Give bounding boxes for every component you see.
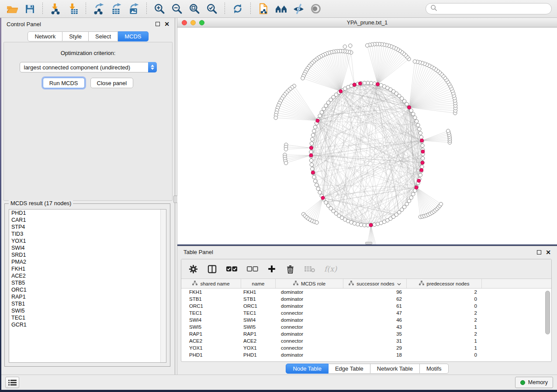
gear-icon[interactable] <box>188 264 198 274</box>
close-panel-icon[interactable]: ✕ <box>164 22 170 26</box>
column-header-shared-name[interactable]: shared name <box>181 279 241 288</box>
close-window-icon[interactable] <box>182 20 187 25</box>
table-row[interactable]: RAP1RAP1dominator352 <box>181 330 551 337</box>
tab-motifs[interactable]: Motifs <box>420 364 449 374</box>
cell-name[interactable]: YOX1 <box>241 344 276 351</box>
cell-successor-nodes[interactable]: 46 <box>343 316 407 323</box>
close-table-panel-icon[interactable]: ✕ <box>546 250 551 254</box>
cell-MCDS-role[interactable]: dominator <box>276 296 343 303</box>
cell-successor-nodes[interactable]: 31 <box>343 337 407 344</box>
cell-predecessor-nodes[interactable]: 0 <box>407 303 482 309</box>
cell-name[interactable]: RAP1 <box>241 330 276 337</box>
cell-MCDS-role[interactable]: dominator <box>276 330 343 337</box>
run-mcds-button[interactable]: Run MCDS <box>43 78 85 88</box>
export-image-icon[interactable] <box>126 1 141 16</box>
mcds-result-item[interactable]: STP4 <box>9 224 166 230</box>
new-network-from-selection-icon[interactable] <box>256 1 271 16</box>
table-scrollbar[interactable] <box>545 291 550 334</box>
export-network-icon[interactable] <box>91 1 106 16</box>
add-column-icon[interactable] <box>267 264 277 274</box>
tab-style[interactable]: Style <box>62 31 89 41</box>
select-all-icon[interactable] <box>226 265 238 273</box>
cell-name[interactable]: ACE2 <box>241 337 276 344</box>
cell-predecessor-nodes[interactable]: 2 <box>407 330 482 337</box>
memory-button[interactable]: Memory <box>515 377 553 388</box>
horizontal-splitter-handle[interactable] <box>365 242 372 244</box>
tab-node-table[interactable]: Node Table <box>286 364 329 374</box>
mcds-result-list[interactable]: PHD1CAR1STP4TID3YOX1SWI4SRD1PMA2FKH1ACE2… <box>9 209 166 363</box>
mcds-result-item[interactable]: PHD1 <box>9 210 166 217</box>
cell-MCDS-role[interactable]: dominator <box>276 289 343 296</box>
cell-name[interactable]: FKH1 <box>241 289 276 296</box>
float-table-panel-icon[interactable] <box>537 250 541 254</box>
delete-column-icon[interactable] <box>285 264 295 274</box>
cell-MCDS-role[interactable]: connector <box>276 337 343 344</box>
float-panel-icon[interactable] <box>156 22 160 26</box>
mcds-result-item[interactable]: YOX1 <box>9 237 166 244</box>
column-header-successor-nodes[interactable]: successor nodes <box>343 279 407 288</box>
cell-predecessor-nodes[interactable]: 2 <box>407 316 482 323</box>
table-row[interactable]: TEC1TEC1connector472 <box>181 309 551 316</box>
column-header-predecessor-nodes[interactable]: predecessor nodes <box>407 279 482 288</box>
refresh-layout-icon[interactable] <box>230 1 245 16</box>
network-canvas[interactable] <box>177 28 557 244</box>
cell-successor-nodes[interactable]: 62 <box>343 296 407 303</box>
cell-successor-nodes[interactable]: 35 <box>343 330 407 337</box>
cell-MCDS-role[interactable]: connector <box>276 344 343 351</box>
cell-MCDS-role[interactable]: connector <box>276 323 343 330</box>
split-panel-icon[interactable] <box>207 264 217 274</box>
mcds-result-item[interactable]: SWI4 <box>9 244 166 251</box>
cell-MCDS-role[interactable]: dominator <box>276 303 343 309</box>
cell-name[interactable]: STB1 <box>241 296 276 303</box>
tab-edge-table[interactable]: Edge Table <box>329 364 370 374</box>
save-icon[interactable] <box>22 1 37 16</box>
export-table-icon[interactable] <box>109 1 124 16</box>
mcds-result-item[interactable]: RAP1 <box>9 293 166 300</box>
first-neighbors-icon[interactable] <box>273 1 288 16</box>
table-row[interactable]: ORC1ORC1dominator610 <box>181 303 551 309</box>
import-network-icon[interactable] <box>48 1 63 16</box>
table-row[interactable]: SWI4SWI4dominator462 <box>181 316 551 323</box>
cell-successor-nodes[interactable]: 18 <box>343 351 407 358</box>
mcds-result-item[interactable]: CAR1 <box>9 217 166 224</box>
network-window-titlebar[interactable]: YPA_prune.txt_1 <box>177 18 557 28</box>
cell-MCDS-role[interactable]: dominator <box>276 351 343 358</box>
cell-predecessor-nodes[interactable]: 2 <box>407 289 482 296</box>
column-header-name[interactable]: name <box>241 279 276 288</box>
cell-predecessor-nodes[interactable]: 1 <box>407 323 482 330</box>
cell-shared-name[interactable]: FKH1 <box>181 289 241 296</box>
maximize-window-icon[interactable] <box>199 20 204 25</box>
show-all-icon[interactable] <box>308 1 323 16</box>
network-graph[interactable] <box>177 28 557 244</box>
table-row[interactable]: PHD1PHD1dominator180 <box>181 351 551 358</box>
cell-shared-name[interactable]: STB1 <box>181 296 241 303</box>
cell-shared-name[interactable]: PHD1 <box>181 351 241 358</box>
mcds-result-item[interactable]: STB5 <box>9 279 166 286</box>
table-row[interactable]: FKH1FKH1dominator962 <box>181 289 551 296</box>
cell-shared-name[interactable]: SWI5 <box>181 323 241 330</box>
cell-shared-name[interactable]: SWI4 <box>181 316 241 323</box>
mcds-result-item[interactable]: GCR1 <box>9 321 166 328</box>
cell-name[interactable]: TEC1 <box>241 309 276 316</box>
cell-successor-nodes[interactable]: 96 <box>343 289 407 296</box>
table-row[interactable]: YOX1YOX1connector291 <box>181 344 551 351</box>
mcds-result-item[interactable]: STB1 <box>9 300 166 307</box>
table-row[interactable]: STB1STB1dominator620 <box>181 296 551 303</box>
cell-successor-nodes[interactable]: 61 <box>343 303 407 309</box>
import-table-icon[interactable] <box>66 1 80 16</box>
mcds-result-item[interactable]: FKH1 <box>9 265 166 272</box>
search-input[interactable] <box>440 5 547 13</box>
tab-mcds[interactable]: MCDS <box>118 31 148 41</box>
cell-name[interactable]: PHD1 <box>241 351 276 358</box>
close-panel-button[interactable]: Close panel <box>90 78 134 88</box>
zoom-selected-icon[interactable] <box>204 1 219 16</box>
cell-shared-name[interactable]: TEC1 <box>181 309 241 316</box>
minimize-window-icon[interactable] <box>190 20 196 25</box>
mcds-result-item[interactable]: PMA2 <box>9 258 166 265</box>
cell-shared-name[interactable]: RAP1 <box>181 330 241 337</box>
search-box[interactable] <box>426 3 552 14</box>
cell-shared-name[interactable]: YOX1 <box>181 344 241 351</box>
tab-network[interactable]: Network <box>28 31 62 41</box>
cell-shared-name[interactable]: ACE2 <box>181 337 241 344</box>
zoom-out-icon[interactable] <box>170 1 184 16</box>
